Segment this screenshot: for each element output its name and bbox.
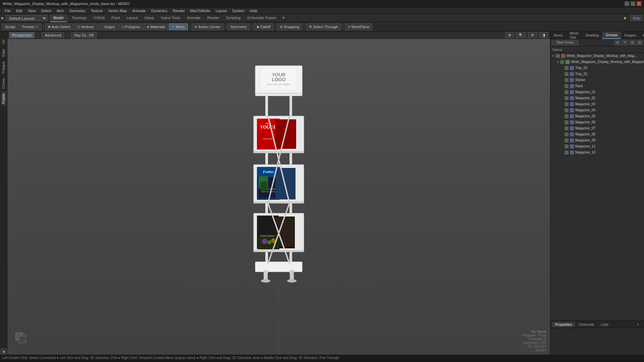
minimize-button[interactable]: ─ — [625, 1, 629, 6]
tab-model[interactable]: Model — [50, 14, 67, 22]
left-tab-empty[interactable] — [3, 33, 4, 37]
tab-game-tools[interactable]: Game Tools — [157, 14, 184, 22]
action-center-button[interactable]: ⊕ Action Center — [192, 23, 224, 30]
visibility-icon[interactable] — [565, 132, 569, 136]
tree-item-mag02[interactable]: Magazine_02 — [550, 95, 644, 101]
edges-button[interactable]: ⟋ Edges — [98, 23, 118, 30]
vp-icon-2[interactable]: 🔍 — [516, 32, 526, 38]
tab-render[interactable]: Render — [204, 14, 223, 22]
vp-icon-4[interactable]: ◨ — [539, 32, 548, 38]
tree-item-mag04[interactable]: Magazine_04 — [550, 107, 644, 113]
tree-item-mockup[interactable]: ▼ White_Magazine_Display_Mockup_with_Mag… — [550, 59, 644, 65]
only-button[interactable]: Only — [630, 15, 643, 21]
menu-item[interactable]: Item — [54, 8, 66, 13]
tab-paint[interactable]: Paint — [108, 14, 123, 22]
left-tab-uv[interactable]: UV — [1, 38, 6, 46]
left-tab-edge[interactable]: Edge — [1, 47, 6, 59]
snapping-button[interactable]: ⊞ Snapping — [277, 23, 303, 30]
menu-texture[interactable]: Texture — [88, 8, 106, 13]
scene-tree[interactable]: ▼ White_Magazine_Display_Mockup_with_Mag… — [550, 53, 644, 320]
visibility-icon[interactable] — [565, 72, 569, 76]
close-button[interactable]: ✕ — [637, 1, 641, 6]
left-sidebar-toggle[interactable]: ◀ — [1, 349, 7, 355]
tree-item-rack[interactable]: Rack — [550, 83, 644, 89]
menu-help[interactable]: Help — [247, 8, 260, 13]
tree-item-tray01[interactable]: Tray_01 — [550, 71, 644, 77]
falloff-button[interactable]: ◉ Falloff — [254, 23, 273, 30]
visibility-icon[interactable] — [565, 96, 569, 100]
menu-select[interactable]: Select — [38, 8, 54, 13]
tree-item-mag09[interactable]: Magazine_09 — [550, 137, 644, 143]
tab-topology[interactable]: Topology — [68, 14, 90, 22]
tree-item-sticker[interactable]: Sticker — [550, 77, 644, 83]
tree-item-mag05[interactable]: Magazine_05 — [550, 113, 644, 119]
tab-add[interactable]: + — [280, 14, 287, 22]
ray-gl-button[interactable]: Ray GL: Off — [71, 32, 97, 38]
tree-item-mag06[interactable]: Magazine_06 — [550, 119, 644, 125]
visibility-icon[interactable] — [556, 54, 560, 58]
tab-scripting[interactable]: Scripting — [223, 14, 244, 22]
tree-item-mag08[interactable]: Magazine_08 — [550, 131, 644, 137]
tree-item-mag03[interactable]: Magazine_03 — [550, 101, 644, 107]
rbt-channels[interactable]: Channels — [575, 322, 597, 327]
tab-layout[interactable]: Layout — [123, 14, 141, 22]
tab-setup[interactable]: Setup — [141, 14, 157, 22]
vertices-button[interactable]: Vertices — [74, 23, 97, 30]
right-tab-groups[interactable]: Groups — [602, 32, 621, 39]
menu-edit[interactable]: Edit — [13, 8, 25, 13]
left-tab-curves[interactable]: Curves — [1, 76, 6, 91]
visibility-icon[interactable] — [565, 114, 569, 118]
maximize-button[interactable]: □ — [631, 1, 635, 6]
menu-system[interactable]: System — [229, 8, 247, 13]
rpt-btn-2[interactable]: ✎ — [622, 40, 628, 45]
viewport[interactable]: Perspective Advanced Ray GL: Off ⊞ 🔍 ⚙ ◨ — [7, 32, 550, 355]
vp-icon-1[interactable]: ⊞ — [505, 32, 514, 38]
rbt-expand[interactable]: + — [634, 322, 643, 327]
tab-animate[interactable]: Animate — [184, 14, 204, 22]
visibility-icon[interactable] — [560, 60, 564, 64]
right-tab-items[interactable]: Items — [550, 32, 566, 39]
vp-icon-3[interactable]: ⚙ — [528, 32, 537, 38]
tree-item-mag11[interactable]: Magazine_11 — [550, 143, 644, 149]
right-tab-add[interactable]: + — [640, 32, 644, 39]
auto-select-button[interactable]: Auto Select — [45, 23, 73, 30]
right-tab-images[interactable]: Images — [621, 32, 640, 39]
visibility-icon[interactable] — [565, 66, 569, 70]
viewport-canvas[interactable]: YOUR LOGO place here your tagline NEW VO… — [7, 39, 550, 355]
workplane-button[interactable]: ⊡ WorkPlane — [345, 23, 373, 30]
rbt-properties[interactable]: Properties — [552, 322, 575, 327]
left-tab-fusion[interactable]: Fusion — [1, 92, 6, 106]
tab-uvedit[interactable]: UVEdit — [90, 14, 108, 22]
tree-item-mag07[interactable]: Magazine_07 — [550, 125, 644, 131]
menu-file[interactable]: File — [2, 8, 13, 13]
visibility-icon[interactable] — [565, 138, 569, 142]
symmetry-button[interactable]: Symmetry — [227, 23, 250, 30]
visibility-icon[interactable] — [565, 78, 569, 82]
layout-selector[interactable]: Default Layouts — [5, 15, 47, 21]
menu-vertex-map[interactable]: Vertex Map — [106, 8, 130, 13]
visibility-icon[interactable] — [565, 102, 569, 106]
visibility-icon[interactable] — [565, 84, 569, 88]
visibility-icon[interactable] — [565, 126, 569, 130]
rpt-btn-4[interactable]: ⊞ — [637, 40, 643, 45]
tree-item-mag10[interactable]: Magazine_10 — [550, 149, 644, 156]
visibility-icon[interactable] — [565, 150, 569, 155]
materials-button[interactable]: ◈ Materials — [144, 23, 168, 30]
menu-layout[interactable]: Layout — [213, 8, 229, 13]
menu-maxtomodo[interactable]: MaxToModo — [187, 8, 213, 13]
perspective-button[interactable]: Perspective — [9, 32, 35, 38]
tree-item-root[interactable]: ▼ White_Magazine_Display_Mockup_with_Mag… — [550, 53, 644, 59]
right-tab-shading[interactable]: Shading — [582, 32, 602, 39]
visibility-icon[interactable] — [565, 108, 569, 112]
menu-dynamics[interactable]: Dynamics — [149, 8, 170, 13]
rpt-btn-3[interactable]: ⊟ — [629, 40, 635, 45]
tree-item-mag01[interactable]: Magazine_01 — [550, 89, 644, 95]
tab-schematic-fusion[interactable]: Schematic Fusion — [244, 14, 280, 22]
advanced-button[interactable]: Advanced — [42, 32, 64, 38]
tree-item-tray02[interactable]: Tray_02 — [550, 65, 644, 71]
left-tab-polygon[interactable]: Polygon — [1, 59, 6, 75]
menu-animate[interactable]: Animate — [129, 8, 148, 13]
presets-button[interactable]: Presets Fil — [19, 23, 42, 30]
menu-render[interactable]: Render — [170, 8, 187, 13]
visibility-icon[interactable] — [565, 120, 569, 124]
